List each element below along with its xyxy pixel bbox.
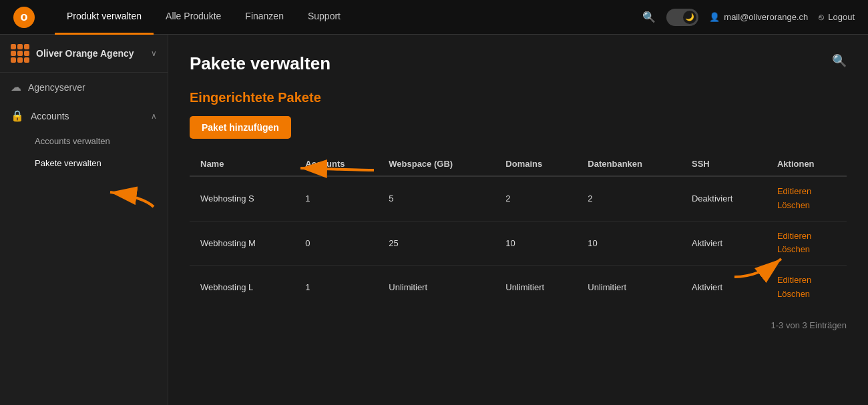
nav-support[interactable]: Support xyxy=(296,0,353,35)
col-datenbanken: Datenbanken xyxy=(577,152,681,176)
sidebar-item-agencyserver[interactable]: ☁ Agencyserver xyxy=(0,73,168,101)
logo-icon: o xyxy=(13,7,35,28)
cell-domains: 10 xyxy=(495,221,577,266)
accounts-section-label: Accounts xyxy=(31,111,69,121)
cell-webspace: 5 xyxy=(378,176,495,221)
cell-datenbanken: 10 xyxy=(577,221,681,266)
cell-ssh: Aktiviert xyxy=(681,221,767,266)
col-domains: Domains xyxy=(495,152,577,176)
nav-right-area: 🔍 🌙 👤 mail@oliverorange.ch ⎋ Logout xyxy=(642,9,855,26)
cell-webspace: 25 xyxy=(378,221,495,266)
editieren-link-1[interactable]: Editieren xyxy=(777,230,836,244)
logo-area[interactable]: o xyxy=(13,7,35,28)
accounts-chevron-up-icon: ∧ xyxy=(151,111,157,121)
loeschen-link-1[interactable]: Löschen xyxy=(777,243,836,257)
cell-accounts: 1 xyxy=(294,176,378,221)
org-chevron-down-icon: ∨ xyxy=(151,49,157,58)
nav-produkt-verwalten[interactable]: Produkt verwalten xyxy=(55,0,154,35)
col-accounts: Accounts xyxy=(294,152,378,176)
pagination-text: 1-3 von 3 Einträgen xyxy=(190,320,847,330)
org-icon xyxy=(11,44,29,63)
main-content: 🔍 Pakete verwalten Eingerichtete Pakete … xyxy=(168,35,868,405)
dark-mode-toggle[interactable]: 🌙 xyxy=(666,9,698,26)
nav-alle-produkte[interactable]: Alle Produkte xyxy=(154,0,233,35)
cell-domains: Unlimitiert xyxy=(495,266,577,310)
cell-name: Webhosting L xyxy=(190,266,294,310)
table-row: Webhosting S 1 5 2 2 Deaktiviert Editier… xyxy=(190,176,847,221)
content-search-icon[interactable]: 🔍 xyxy=(832,53,847,68)
col-ssh: SSH xyxy=(681,152,767,176)
sidebar-item-accounts-verwalten[interactable]: Accounts verwalten xyxy=(0,130,168,152)
sidebar-section-accounts[interactable]: 🔒 Accounts ∧ xyxy=(0,101,168,130)
editieren-link-0[interactable]: Editieren xyxy=(777,185,836,199)
user-icon: 👤 xyxy=(709,12,720,22)
loeschen-link-2[interactable]: Löschen xyxy=(777,288,836,302)
sidebar-sub-items: Accounts verwalten Pakete verwalten xyxy=(0,130,168,174)
table-row: Webhosting L 1 Unlimitiert Unlimitiert U… xyxy=(190,266,847,310)
col-aktionen: Aktionen xyxy=(767,152,847,176)
add-package-button[interactable]: Paket hinzufügen xyxy=(190,116,291,139)
main-layout: Oliver Orange Agency ∨ ☁ Agencyserver 🔒 … xyxy=(0,35,868,405)
cell-name: Webhosting M xyxy=(190,221,294,266)
sidebar-item-pakete-verwalten[interactable]: Pakete verwalten xyxy=(0,152,168,174)
nav-search-icon[interactable]: 🔍 xyxy=(642,11,656,23)
cell-domains: 2 xyxy=(495,176,577,221)
sidebar: Oliver Orange Agency ∨ ☁ Agencyserver 🔒 … xyxy=(0,35,168,405)
logout-button[interactable]: ⎋ Logout xyxy=(819,12,855,22)
cell-ssh: Aktiviert xyxy=(681,266,767,310)
sidebar-org-header[interactable]: Oliver Orange Agency ∨ xyxy=(0,35,168,73)
cloud-icon: ☁ xyxy=(11,81,21,93)
logout-label: Logout xyxy=(828,12,855,22)
cell-datenbanken: 2 xyxy=(577,176,681,221)
nav-links: Produkt verwalten Alle Produkte Finanzen… xyxy=(55,0,642,35)
table-row: Webhosting M 0 25 10 10 Aktiviert Editie… xyxy=(190,221,847,266)
section-title: Eingerichtete Pakete xyxy=(190,90,847,105)
cell-name: Webhosting S xyxy=(190,176,294,221)
toggle-knob: 🌙 xyxy=(683,11,696,24)
loeschen-link-0[interactable]: Löschen xyxy=(777,199,836,213)
col-webspace: Webspace (GB) xyxy=(378,152,495,176)
cell-aktionen: Editieren Löschen xyxy=(767,176,847,221)
cell-accounts: 0 xyxy=(294,221,378,266)
logout-icon: ⎋ xyxy=(819,12,824,22)
agencyserver-label: Agencyserver xyxy=(28,82,85,93)
org-name: Oliver Orange Agency xyxy=(36,48,134,59)
cell-aktionen: Editieren Löschen xyxy=(767,266,847,310)
col-name: Name xyxy=(190,152,294,176)
user-info: 👤 mail@oliverorange.ch xyxy=(709,12,808,22)
editieren-link-2[interactable]: Editieren xyxy=(777,274,836,288)
page-title: Pakete verwalten xyxy=(190,53,847,74)
packages-table: Name Accounts Webspace (GB) Domains Date… xyxy=(190,152,847,310)
top-navigation: o Produkt verwalten Alle Produkte Finanz… xyxy=(0,0,868,35)
cell-aktionen: Editieren Löschen xyxy=(767,221,847,266)
cell-ssh: Deaktiviert xyxy=(681,176,767,221)
nav-finanzen[interactable]: Finanzen xyxy=(233,0,296,35)
user-email: mail@oliverorange.ch xyxy=(724,12,808,22)
cell-webspace: Unlimitiert xyxy=(378,266,495,310)
cell-accounts: 1 xyxy=(294,266,378,310)
cell-datenbanken: Unlimitiert xyxy=(577,266,681,310)
lock-icon: 🔒 xyxy=(11,109,24,122)
table-header-row: Name Accounts Webspace (GB) Domains Date… xyxy=(190,152,847,176)
